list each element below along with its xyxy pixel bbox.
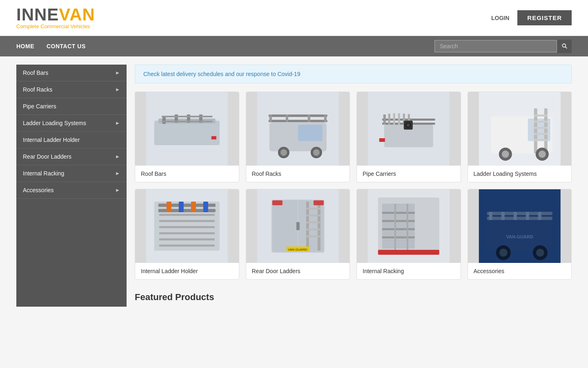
product-image-roof-racks: [246, 92, 350, 166]
product-card-internal-ladder[interactable]: Internal Ladder Holder: [135, 189, 239, 280]
product-image-rear-door: VAN GUARD: [246, 189, 350, 263]
svg-rect-95: [489, 212, 492, 220]
product-image-internal-ladder: [135, 189, 239, 263]
svg-rect-45: [534, 133, 547, 135]
svg-rect-62: [159, 232, 215, 234]
product-image-roof-bars: [135, 92, 239, 166]
product-label: Roof Racks: [246, 166, 350, 182]
arrow-icon: ►: [115, 187, 120, 193]
arrow-icon: ►: [115, 70, 120, 76]
product-image-ladder-loading: [468, 92, 572, 166]
login-link[interactable]: LOGIN: [491, 15, 509, 21]
svg-rect-13: [268, 114, 327, 117]
arrow-icon: ►: [115, 154, 120, 159]
svg-rect-98: [526, 212, 529, 220]
svg-rect-57: [191, 202, 196, 212]
svg-rect-72: [306, 208, 320, 209]
navbar: HOME CONTACT US: [0, 36, 588, 56]
svg-point-104: [536, 249, 544, 257]
svg-rect-16: [324, 114, 326, 122]
search-area: [434, 40, 572, 53]
svg-point-20: [280, 149, 287, 156]
svg-rect-60: [159, 220, 215, 222]
svg-rect-44: [534, 127, 547, 129]
svg-rect-88: [394, 204, 396, 251]
svg-point-48: [501, 150, 509, 158]
featured-products-title: Featured Products: [135, 292, 572, 303]
svg-rect-15: [269, 114, 272, 122]
sidebar-item-roof-racks[interactable]: Roof Racks ►: [16, 81, 127, 98]
svg-rect-18: [307, 114, 310, 122]
svg-rect-8: [162, 121, 213, 122]
svg-rect-80: [313, 200, 323, 205]
svg-rect-74: [306, 222, 320, 223]
svg-rect-76: [306, 236, 320, 237]
header: INNEVAN Complete Commercial Vehicles LOG…: [0, 0, 588, 36]
search-icon: [561, 43, 568, 49]
product-card-roof-bars[interactable]: Roof Bars: [135, 92, 239, 182]
arrow-icon: ►: [115, 87, 120, 92]
product-label: Ladder Loading Systems: [468, 166, 572, 182]
svg-rect-96: [501, 212, 504, 220]
svg-rect-97: [513, 212, 517, 220]
sidebar-item-pipe-carriers[interactable]: Pipe Carriers: [16, 98, 127, 115]
nav-home[interactable]: HOME: [16, 43, 34, 49]
svg-rect-87: [382, 236, 415, 238]
svg-rect-1: [154, 121, 220, 145]
product-label: Accessories: [468, 263, 572, 279]
svg-rect-69: [296, 222, 299, 230]
sidebar: Roof Bars ► Roof Racks ► Pipe Carriers L…: [16, 65, 127, 307]
svg-rect-94: [487, 217, 552, 220]
svg-rect-64: [159, 245, 215, 247]
product-label: Internal Ladder Holder: [135, 263, 239, 279]
svg-text:VAN GUARD: VAN GUARD: [288, 248, 307, 251]
product-label: Internal Racking: [357, 263, 461, 279]
arrow-icon: ►: [115, 171, 120, 176]
product-grid: Roof Bars: [135, 92, 572, 280]
alert-banner[interactable]: Check latest delivery schedules and our …: [135, 65, 572, 83]
main-content: Roof Bars ► Roof Racks ► Pipe Carriers L…: [0, 56, 588, 315]
svg-rect-28: [388, 114, 390, 125]
product-card-ladder-loading[interactable]: Ladder Loading Systems: [468, 92, 572, 182]
sidebar-item-internal-racking[interactable]: Internal Racking ►: [16, 165, 127, 182]
content-area: Check latest delivery schedules and our …: [135, 65, 572, 307]
svg-rect-83: [382, 204, 415, 249]
svg-rect-85: [382, 220, 415, 222]
svg-rect-42: [534, 114, 547, 117]
svg-rect-84: [382, 212, 415, 214]
svg-rect-29: [393, 113, 395, 125]
sidebar-item-roof-bars[interactable]: Roof Bars ►: [16, 65, 127, 81]
logo[interactable]: INNEVAN Complete Commercial Vehicles: [16, 6, 95, 29]
product-label: Roof Bars: [135, 166, 239, 182]
svg-rect-73: [306, 215, 320, 216]
register-button[interactable]: REGISTER: [517, 10, 572, 25]
svg-point-102: [499, 249, 507, 257]
svg-rect-46: [534, 139, 547, 141]
svg-point-50: [538, 150, 546, 158]
sidebar-item-ladder-loading[interactable]: Ladder Loading Systems ►: [16, 115, 127, 132]
product-card-pipe-carriers[interactable]: Pipe Carriers: [356, 92, 461, 182]
product-card-internal-racking[interactable]: Internal Racking: [356, 189, 461, 280]
svg-rect-17: [285, 114, 288, 122]
svg-rect-58: [203, 202, 208, 212]
svg-rect-89: [407, 204, 408, 251]
nav-contact[interactable]: CONTACT US: [47, 43, 86, 49]
sidebar-item-rear-door[interactable]: Rear Door Ladders ►: [16, 148, 127, 165]
header-actions: LOGIN REGISTER: [491, 10, 572, 25]
product-card-accessories[interactable]: VAN-GUARD Accessories: [468, 189, 572, 280]
svg-rect-63: [159, 238, 215, 240]
svg-rect-55: [167, 202, 172, 212]
product-image-internal-racking: [357, 189, 461, 263]
product-card-rear-door[interactable]: VAN GUARD Rear Door Ladders: [246, 189, 350, 280]
product-card-roof-racks[interactable]: Roof Racks: [246, 92, 350, 182]
svg-rect-43: [534, 121, 547, 123]
search-button[interactable]: [557, 40, 572, 53]
sidebar-item-internal-ladder[interactable]: Internal Ladder Holder: [16, 132, 127, 148]
sidebar-item-accessories[interactable]: Accessories ►: [16, 182, 127, 199]
logo-tagline: Complete Commercial Vehicles: [16, 23, 95, 29]
product-image-pipe-carriers: [357, 92, 461, 166]
search-input[interactable]: [434, 40, 557, 52]
product-image-accessories: VAN-GUARD: [468, 189, 572, 263]
svg-rect-86: [382, 228, 415, 230]
svg-rect-9: [212, 136, 216, 139]
